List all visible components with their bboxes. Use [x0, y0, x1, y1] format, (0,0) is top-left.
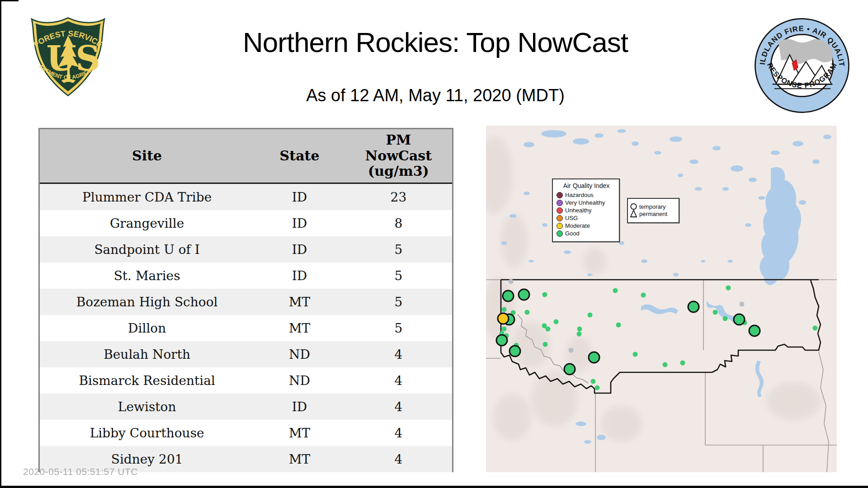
- monitor-dot-good: [542, 292, 547, 297]
- aqi-legend-item: Moderate: [557, 222, 616, 229]
- state-cell: MT: [254, 446, 345, 472]
- monitor-dot-unknown: [740, 302, 745, 307]
- monitor-dot-good: [595, 385, 600, 390]
- wfaqrp-logo: WILDLAND FIRE • AIR QUALITY RESPONSE PRO…: [753, 16, 851, 115]
- pm-value-cell: 4: [345, 341, 452, 367]
- site-cell: Bismarck Residential: [40, 367, 254, 394]
- aqi-legend-label: Good: [565, 230, 580, 237]
- state-cell: MT: [254, 420, 345, 446]
- monitor-dot-good: [546, 327, 551, 332]
- monitor-dot-good: [543, 342, 548, 347]
- aqi-legend-item: Unhealthy: [557, 207, 616, 214]
- state-cell: ID: [254, 236, 345, 263]
- monitor-dot-good: [591, 379, 596, 384]
- monitor-marker-good: [509, 345, 521, 357]
- aqi-color-icon: [557, 215, 563, 221]
- state-cell: ID: [254, 183, 345, 211]
- permanent-label: permanent: [639, 211, 667, 218]
- wfaqrp-badge-icon: WILDLAND FIRE • AIR QUALITY RESPONSE PRO…: [753, 16, 851, 115]
- timestamp-watermark: 2020-05-11 05:51:57 UTC: [23, 466, 138, 477]
- table-header-row: Site State PMNowCast(ug/m3): [40, 129, 452, 183]
- table-row: LewistonID4: [40, 394, 452, 420]
- monitor-dot-good: [554, 319, 559, 324]
- site-cell: Libby Courthouse: [40, 420, 254, 446]
- aqi-legend-item: USG: [557, 215, 616, 221]
- monitor-dot-good: [726, 286, 731, 291]
- aqi-color-icon: [557, 223, 563, 229]
- monitor-dot-good: [723, 316, 728, 321]
- pm-value-cell: 23: [345, 183, 452, 211]
- state-cell: ID: [254, 394, 345, 420]
- state-cell: ND: [254, 367, 345, 394]
- temporary-permanent-icon: [630, 203, 637, 218]
- column-header-state: State: [254, 129, 345, 183]
- site-cell: Beulah North: [40, 341, 254, 367]
- table-row: Plummer CDA TribeID23: [40, 183, 452, 211]
- monitor-dot-good: [577, 332, 582, 337]
- column-header-site: Site: [40, 129, 254, 183]
- pm-value-cell: 5: [345, 236, 452, 263]
- page-subtitle: As of 12 AM, May 11, 2020 (MDT): [1, 86, 868, 105]
- site-cell: Sandpoint U of I: [40, 236, 254, 263]
- monitor-dot-good: [588, 313, 593, 318]
- aqi-color-icon: [557, 192, 563, 198]
- column-header-pm-nowcast: PMNowCast(ug/m3): [345, 129, 452, 183]
- aqi-legend-label: Hazardous: [565, 192, 594, 198]
- state-cell: ID: [254, 263, 345, 289]
- monitor-marker-good: [749, 325, 761, 337]
- state-cell: MT: [254, 315, 345, 341]
- monitor-dot-good: [680, 361, 685, 366]
- aqi-legend-item: Very Unhealthy: [557, 199, 616, 206]
- pm-value-cell: 4: [345, 446, 452, 472]
- monitor-dot-good: [577, 327, 582, 332]
- pm-value-cell: 5: [345, 289, 452, 315]
- site-cell: Lewiston: [40, 394, 254, 420]
- monitor-marker-good: [496, 334, 508, 347]
- monitor-dot-good: [613, 288, 618, 293]
- aqi-legend-title: Air Quality Index: [557, 182, 616, 189]
- monitor-dot-good: [502, 307, 507, 312]
- table-row: St. MariesID5: [40, 263, 452, 289]
- state-cell: MT: [254, 289, 345, 315]
- monitor-dot-unknown: [569, 348, 574, 353]
- pm-value-cell: 5: [345, 315, 452, 341]
- aqi-legend-label: Very Unhealthy: [565, 199, 605, 206]
- table-row: GrangevilleID8: [40, 210, 452, 236]
- table-row: Bozeman High SchoolMT5: [40, 289, 452, 315]
- pm-value-cell: 4: [345, 367, 452, 394]
- monitor-marker-good: [502, 290, 514, 302]
- state-cell: ND: [254, 341, 345, 367]
- monitor-marker-moderate: [497, 313, 509, 325]
- frame-tick: [1, 0, 19, 1]
- monitor-marker-good: [688, 301, 700, 313]
- nowcast-table: Site State PMNowCast(ug/m3) Plummer CDA …: [38, 128, 453, 472]
- state-cell: ID: [254, 210, 345, 236]
- monitor-dot-good: [713, 310, 718, 315]
- aqi-legend-item: Hazardous: [557, 192, 616, 198]
- monitor-dot-good: [663, 362, 668, 367]
- page-title: Northern Rockies: Top NowCast: [1, 26, 868, 58]
- monitor-dot-good: [813, 326, 818, 331]
- aqi-color-icon: [557, 207, 563, 214]
- pm-value-cell: 4: [345, 420, 452, 446]
- table-row: Libby CourthouseMT4: [40, 420, 452, 446]
- monitor-marker-good: [564, 363, 576, 375]
- pm-value-cell: 8: [345, 210, 452, 236]
- pm-value-cell: 5: [345, 263, 452, 289]
- monitor-map: Air Quality Index HazardousVery Unhealth…: [486, 126, 837, 472]
- monitor-dot-good: [616, 323, 621, 328]
- table-row: Beulah NorthND4: [40, 341, 452, 367]
- monitor-marker-good: [518, 289, 530, 301]
- monitor-dot-good: [641, 293, 646, 298]
- monitor-marker-good: [588, 352, 600, 364]
- table-row: Bismarck ResidentialND4: [40, 367, 452, 394]
- site-cell: Grangeville: [40, 210, 254, 236]
- pm-value-cell: 4: [345, 394, 452, 420]
- aqi-legend-label: USG: [565, 215, 578, 221]
- site-cell: Plummer CDA Tribe: [40, 183, 254, 211]
- marker-type-legend: temporary permanent: [627, 198, 679, 223]
- temporary-label: temporary: [639, 203, 667, 211]
- aqi-legend: Air Quality Index HazardousVery Unhealth…: [552, 178, 620, 242]
- table-row: DillonMT5: [40, 315, 452, 341]
- aqi-color-icon: [557, 230, 563, 237]
